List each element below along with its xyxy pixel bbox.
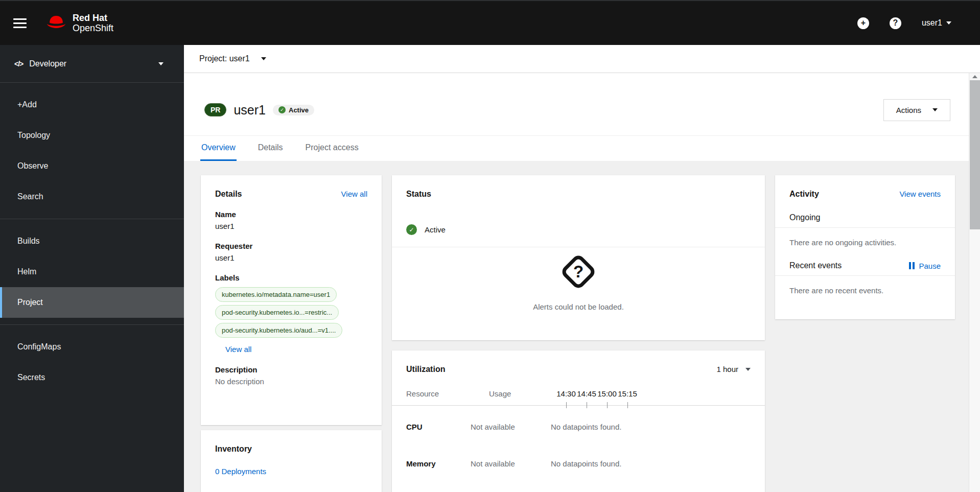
recent-events-empty-message: There are no recent events. — [789, 286, 941, 295]
chart-empty-message: No datapoints found. — [551, 459, 751, 468]
masthead: Red Hat OpenShift + ? user1 — [0, 0, 980, 45]
label-pill: pod-security.kubernetes.io/aud...=v1.... — [215, 323, 342, 338]
redhat-fedora-icon — [45, 14, 67, 32]
check-circle-icon: ✓ — [406, 224, 417, 235]
details-view-all-link[interactable]: View all — [341, 190, 367, 198]
details-card-title: Details — [215, 190, 242, 199]
caret-down-icon — [158, 62, 164, 65]
labels-heading: Labels — [215, 273, 367, 282]
duration-value: 1 hour — [716, 365, 738, 373]
status-card-title: Status — [406, 190, 751, 199]
field-value-requester: user1 — [215, 253, 367, 262]
main-area: Project: user1 PR user1 ✓ Active Actions — [184, 45, 980, 492]
inventory-card-title: Inventory — [215, 444, 252, 453]
project-selector-bar: Project: user1 — [184, 45, 980, 73]
caret-down-icon — [946, 21, 951, 25]
project-status-badge: ✓ Active — [273, 105, 314, 115]
sidebar-item-builds[interactable]: Builds — [0, 226, 184, 256]
inventory-card: Inventory 0 Deployments — [201, 430, 382, 492]
utilization-header-row: Resource Usage 14:30 14:45 15:00 15:15 — [406, 389, 751, 398]
question-circle-icon[interactable]: ? — [890, 17, 901, 29]
code-icon: </> — [14, 60, 23, 68]
redhat-openshift-logo[interactable]: Red Hat OpenShift — [45, 13, 113, 33]
perspective-switcher[interactable]: </> Developer — [0, 45, 184, 83]
field-label-name: Name — [215, 210, 367, 219]
tab-project-access[interactable]: Project access — [305, 136, 360, 161]
field-label-requester: Requester — [215, 242, 367, 250]
sidebar-nav: </> Developer +Add Topology Observe Sear… — [0, 45, 184, 492]
brand-line-2: OpenShift — [73, 23, 113, 33]
unknown-alerts-icon: ? — [559, 253, 597, 291]
actions-button-label: Actions — [896, 106, 921, 114]
time-axis-labels: 14:30 14:45 15:00 15:15 — [551, 389, 751, 398]
time-tick-label: 14:45 — [576, 389, 597, 398]
sidebar-group-1: +Add Topology Observe Search — [0, 83, 184, 219]
activity-card: Activity View events Ongoing There are n… — [775, 175, 955, 319]
recent-events-heading: Recent events — [789, 261, 842, 270]
column-usage: Usage — [471, 389, 551, 398]
scroll-up-arrow-icon[interactable] — [972, 75, 977, 78]
description-value: No description — [215, 377, 367, 386]
sidebar-group-3: ConfigMaps Secrets — [0, 324, 184, 400]
pause-events-button[interactable]: Pause — [909, 262, 941, 270]
sidebar-group-2: Builds Helm Project — [0, 219, 184, 324]
scrollbar-thumb[interactable] — [970, 80, 980, 229]
time-tick-label: 15:00 — [597, 389, 617, 398]
plus-circle-icon[interactable]: + — [857, 17, 869, 29]
sidebar-item-search[interactable]: Search — [0, 181, 184, 212]
sidebar-item-project[interactable]: Project — [0, 287, 184, 318]
vertical-scrollbar[interactable] — [969, 73, 980, 492]
time-tick-label: 14:30 — [556, 389, 576, 398]
alerts-empty-state: ? Alerts could not be loaded. — [406, 247, 751, 326]
project-resource-icon: PR — [204, 103, 226, 116]
resource-name: Memory — [406, 459, 471, 468]
ongoing-empty-message: There are no ongoing activities. — [789, 238, 941, 247]
sidebar-item-add[interactable]: +Add — [0, 89, 184, 120]
user-menu-dropdown[interactable]: user1 — [922, 18, 951, 28]
sidebar-item-observe[interactable]: Observe — [0, 151, 184, 181]
overview-dashboard: Details View all Name user1 Requester us… — [184, 161, 980, 492]
utilization-row-cpu: CPU Not available No datapoints found. — [406, 408, 751, 445]
utilization-row-memory: Memory Not available No datapoints found… — [406, 445, 751, 482]
sidebar-item-topology[interactable]: Topology — [0, 120, 184, 151]
description-heading: Description — [215, 365, 367, 374]
horizontal-nav-tabs: Overview Details Project access — [184, 135, 980, 161]
actions-dropdown-button[interactable]: Actions — [883, 99, 950, 121]
tab-overview[interactable]: Overview — [200, 136, 237, 161]
time-tick-label: 15:15 — [617, 389, 638, 398]
user-menu-label: user1 — [922, 18, 942, 28]
activity-card-title: Activity — [789, 190, 819, 199]
usage-value: Not available — [471, 423, 551, 431]
chart-empty-message: No datapoints found. — [551, 423, 751, 431]
pause-button-label: Pause — [919, 262, 941, 270]
sidebar-item-configmaps[interactable]: ConfigMaps — [0, 332, 184, 362]
view-events-link[interactable]: View events — [899, 190, 941, 198]
duration-dropdown[interactable]: 1 hour — [716, 365, 751, 373]
sidebar-item-secrets[interactable]: Secrets — [0, 362, 184, 393]
perspective-label: Developer — [29, 59, 158, 68]
sidebar-item-helm[interactable]: Helm — [0, 256, 184, 287]
project-selector-dropdown[interactable]: Project: user1 — [199, 54, 250, 63]
status-badge-label: Active — [289, 106, 309, 114]
column-resource: Resource — [406, 389, 471, 398]
status-card: Status ✓ Active ? Alerts could not be lo… — [392, 175, 765, 340]
utilization-card: Utilization 1 hour Resource Usage 14:30 — [392, 350, 765, 492]
field-value-name: user1 — [215, 222, 367, 230]
labels-view-all-link[interactable]: View all — [225, 345, 251, 354]
label-pill: pod-security.kubernetes.io...=restric... — [215, 305, 339, 320]
pause-icon — [909, 262, 915, 269]
resource-name: CPU — [406, 423, 471, 431]
check-circle-icon: ✓ — [278, 106, 286, 113]
labels-list: kubernetes.io/metadata.name=user1 pod-se… — [215, 287, 367, 338]
deployments-count-link[interactable]: 0 Deployments — [215, 467, 266, 476]
page-title: user1 — [234, 103, 266, 118]
tab-details[interactable]: Details — [257, 136, 284, 161]
openshift-console: Red Hat OpenShift + ? user1 </> Develope… — [0, 0, 980, 492]
usage-value: Not available — [471, 459, 551, 468]
menu-toggle-button[interactable] — [0, 18, 34, 28]
page-header: PR user1 ✓ Active Actions — [184, 73, 980, 135]
alerts-message: Alerts could not be loaded. — [533, 302, 624, 311]
utilization-card-title: Utilization — [406, 365, 445, 374]
caret-down-icon — [932, 108, 938, 111]
brand-line-1: Red Hat — [73, 13, 113, 23]
